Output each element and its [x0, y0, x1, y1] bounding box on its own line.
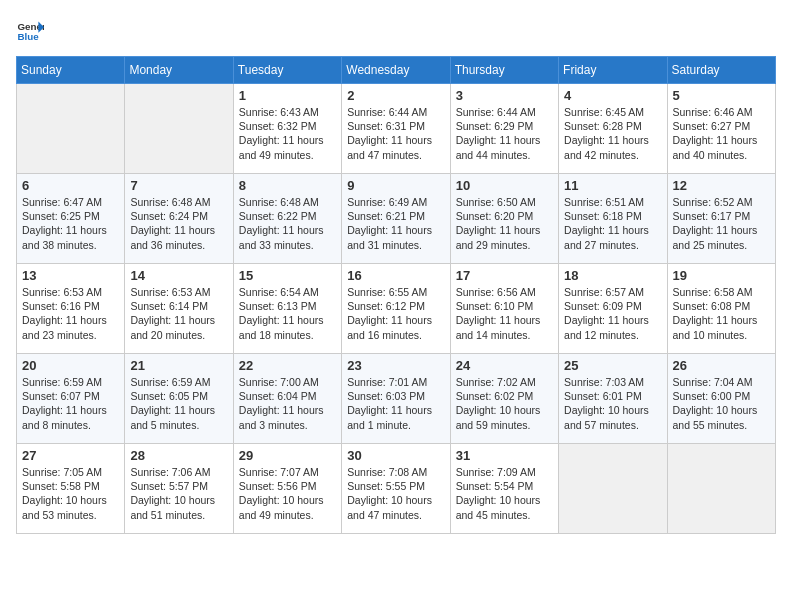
day-number: 22	[239, 358, 336, 373]
calendar-cell: 19Sunrise: 6:58 AMSunset: 6:08 PMDayligh…	[667, 264, 775, 354]
cell-content: Sunrise: 6:50 AMSunset: 6:20 PMDaylight:…	[456, 195, 553, 252]
day-number: 25	[564, 358, 661, 373]
cell-content: Sunrise: 7:07 AMSunset: 5:56 PMDaylight:…	[239, 465, 336, 522]
calendar-cell: 28Sunrise: 7:06 AMSunset: 5:57 PMDayligh…	[125, 444, 233, 534]
calendar-cell: 25Sunrise: 7:03 AMSunset: 6:01 PMDayligh…	[559, 354, 667, 444]
day-number: 4	[564, 88, 661, 103]
day-number: 14	[130, 268, 227, 283]
calendar-week-row: 1Sunrise: 6:43 AMSunset: 6:32 PMDaylight…	[17, 84, 776, 174]
day-number: 5	[673, 88, 770, 103]
day-number: 21	[130, 358, 227, 373]
calendar-cell: 9Sunrise: 6:49 AMSunset: 6:21 PMDaylight…	[342, 174, 450, 264]
day-number: 12	[673, 178, 770, 193]
page-header: General Blue	[16, 16, 776, 44]
calendar-cell: 7Sunrise: 6:48 AMSunset: 6:24 PMDaylight…	[125, 174, 233, 264]
day-number: 11	[564, 178, 661, 193]
calendar-header-row: SundayMondayTuesdayWednesdayThursdayFrid…	[17, 57, 776, 84]
day-number: 28	[130, 448, 227, 463]
calendar-cell: 15Sunrise: 6:54 AMSunset: 6:13 PMDayligh…	[233, 264, 341, 354]
calendar-cell: 8Sunrise: 6:48 AMSunset: 6:22 PMDaylight…	[233, 174, 341, 264]
cell-content: Sunrise: 6:46 AMSunset: 6:27 PMDaylight:…	[673, 105, 770, 162]
svg-text:Blue: Blue	[17, 31, 39, 42]
calendar-cell: 21Sunrise: 6:59 AMSunset: 6:05 PMDayligh…	[125, 354, 233, 444]
cell-content: Sunrise: 6:53 AMSunset: 6:16 PMDaylight:…	[22, 285, 119, 342]
calendar-cell	[667, 444, 775, 534]
calendar-cell: 22Sunrise: 7:00 AMSunset: 6:04 PMDayligh…	[233, 354, 341, 444]
day-number: 6	[22, 178, 119, 193]
cell-content: Sunrise: 7:01 AMSunset: 6:03 PMDaylight:…	[347, 375, 444, 432]
calendar-cell: 29Sunrise: 7:07 AMSunset: 5:56 PMDayligh…	[233, 444, 341, 534]
day-number: 8	[239, 178, 336, 193]
calendar-cell: 23Sunrise: 7:01 AMSunset: 6:03 PMDayligh…	[342, 354, 450, 444]
calendar-cell: 26Sunrise: 7:04 AMSunset: 6:00 PMDayligh…	[667, 354, 775, 444]
weekday-header: Friday	[559, 57, 667, 84]
day-number: 27	[22, 448, 119, 463]
day-number: 26	[673, 358, 770, 373]
weekday-header: Tuesday	[233, 57, 341, 84]
day-number: 2	[347, 88, 444, 103]
day-number: 7	[130, 178, 227, 193]
day-number: 19	[673, 268, 770, 283]
day-number: 16	[347, 268, 444, 283]
calendar-cell: 10Sunrise: 6:50 AMSunset: 6:20 PMDayligh…	[450, 174, 558, 264]
day-number: 30	[347, 448, 444, 463]
day-number: 9	[347, 178, 444, 193]
day-number: 17	[456, 268, 553, 283]
day-number: 23	[347, 358, 444, 373]
cell-content: Sunrise: 7:04 AMSunset: 6:00 PMDaylight:…	[673, 375, 770, 432]
calendar-cell	[125, 84, 233, 174]
calendar-cell	[17, 84, 125, 174]
day-number: 1	[239, 88, 336, 103]
cell-content: Sunrise: 6:48 AMSunset: 6:22 PMDaylight:…	[239, 195, 336, 252]
calendar-cell: 3Sunrise: 6:44 AMSunset: 6:29 PMDaylight…	[450, 84, 558, 174]
day-number: 3	[456, 88, 553, 103]
day-number: 24	[456, 358, 553, 373]
cell-content: Sunrise: 7:02 AMSunset: 6:02 PMDaylight:…	[456, 375, 553, 432]
calendar-week-row: 6Sunrise: 6:47 AMSunset: 6:25 PMDaylight…	[17, 174, 776, 264]
calendar-cell: 11Sunrise: 6:51 AMSunset: 6:18 PMDayligh…	[559, 174, 667, 264]
cell-content: Sunrise: 6:59 AMSunset: 6:07 PMDaylight:…	[22, 375, 119, 432]
calendar-cell: 18Sunrise: 6:57 AMSunset: 6:09 PMDayligh…	[559, 264, 667, 354]
cell-content: Sunrise: 6:48 AMSunset: 6:24 PMDaylight:…	[130, 195, 227, 252]
cell-content: Sunrise: 6:59 AMSunset: 6:05 PMDaylight:…	[130, 375, 227, 432]
calendar-cell: 6Sunrise: 6:47 AMSunset: 6:25 PMDaylight…	[17, 174, 125, 264]
logo-icon: General Blue	[16, 16, 44, 44]
calendar-week-row: 27Sunrise: 7:05 AMSunset: 5:58 PMDayligh…	[17, 444, 776, 534]
cell-content: Sunrise: 7:05 AMSunset: 5:58 PMDaylight:…	[22, 465, 119, 522]
calendar-week-row: 13Sunrise: 6:53 AMSunset: 6:16 PMDayligh…	[17, 264, 776, 354]
calendar-cell: 31Sunrise: 7:09 AMSunset: 5:54 PMDayligh…	[450, 444, 558, 534]
calendar-cell: 17Sunrise: 6:56 AMSunset: 6:10 PMDayligh…	[450, 264, 558, 354]
cell-content: Sunrise: 7:06 AMSunset: 5:57 PMDaylight:…	[130, 465, 227, 522]
calendar-cell: 14Sunrise: 6:53 AMSunset: 6:14 PMDayligh…	[125, 264, 233, 354]
cell-content: Sunrise: 6:55 AMSunset: 6:12 PMDaylight:…	[347, 285, 444, 342]
calendar-cell: 24Sunrise: 7:02 AMSunset: 6:02 PMDayligh…	[450, 354, 558, 444]
calendar-week-row: 20Sunrise: 6:59 AMSunset: 6:07 PMDayligh…	[17, 354, 776, 444]
weekday-header: Thursday	[450, 57, 558, 84]
cell-content: Sunrise: 6:44 AMSunset: 6:31 PMDaylight:…	[347, 105, 444, 162]
calendar-cell: 20Sunrise: 6:59 AMSunset: 6:07 PMDayligh…	[17, 354, 125, 444]
weekday-header: Wednesday	[342, 57, 450, 84]
cell-content: Sunrise: 6:47 AMSunset: 6:25 PMDaylight:…	[22, 195, 119, 252]
calendar-cell: 16Sunrise: 6:55 AMSunset: 6:12 PMDayligh…	[342, 264, 450, 354]
day-number: 29	[239, 448, 336, 463]
cell-content: Sunrise: 6:58 AMSunset: 6:08 PMDaylight:…	[673, 285, 770, 342]
calendar-cell: 4Sunrise: 6:45 AMSunset: 6:28 PMDaylight…	[559, 84, 667, 174]
cell-content: Sunrise: 7:00 AMSunset: 6:04 PMDaylight:…	[239, 375, 336, 432]
day-number: 10	[456, 178, 553, 193]
cell-content: Sunrise: 6:45 AMSunset: 6:28 PMDaylight:…	[564, 105, 661, 162]
cell-content: Sunrise: 6:53 AMSunset: 6:14 PMDaylight:…	[130, 285, 227, 342]
cell-content: Sunrise: 6:49 AMSunset: 6:21 PMDaylight:…	[347, 195, 444, 252]
day-number: 31	[456, 448, 553, 463]
cell-content: Sunrise: 7:08 AMSunset: 5:55 PMDaylight:…	[347, 465, 444, 522]
calendar-cell	[559, 444, 667, 534]
weekday-header: Saturday	[667, 57, 775, 84]
weekday-header: Monday	[125, 57, 233, 84]
weekday-header: Sunday	[17, 57, 125, 84]
cell-content: Sunrise: 6:54 AMSunset: 6:13 PMDaylight:…	[239, 285, 336, 342]
calendar-cell: 1Sunrise: 6:43 AMSunset: 6:32 PMDaylight…	[233, 84, 341, 174]
cell-content: Sunrise: 6:56 AMSunset: 6:10 PMDaylight:…	[456, 285, 553, 342]
cell-content: Sunrise: 7:03 AMSunset: 6:01 PMDaylight:…	[564, 375, 661, 432]
calendar-cell: 30Sunrise: 7:08 AMSunset: 5:55 PMDayligh…	[342, 444, 450, 534]
logo: General Blue	[16, 16, 46, 44]
cell-content: Sunrise: 6:43 AMSunset: 6:32 PMDaylight:…	[239, 105, 336, 162]
